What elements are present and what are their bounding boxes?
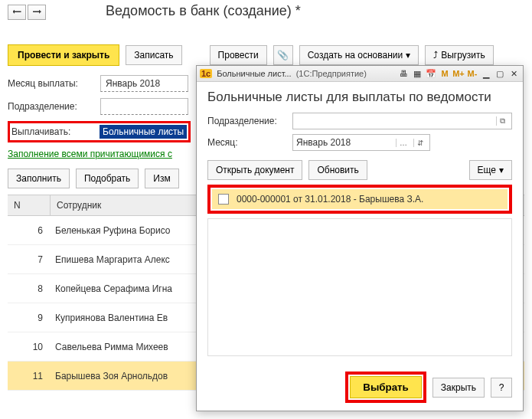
export-label: Выгрузить [441,50,485,61]
submit-button[interactable]: Провести [210,45,267,65]
pick-button[interactable]: Подобрать [76,169,139,188]
maximize-icon[interactable]: ▢ [494,67,506,80]
checkbox[interactable] [218,194,229,205]
cell-n: 6 [8,225,51,236]
create-on-basis-button[interactable]: Создать на основании ▾ [299,45,419,65]
fill-button[interactable]: Заполнить [8,169,70,188]
minimize-icon[interactable]: ▁ [480,67,492,80]
sick-list-dialog: 1c Больничные лист... (1С:Предприятие) 🖶… [196,65,524,411]
select-button[interactable]: Выбрать [350,376,422,398]
calc-icon[interactable]: ▦ [411,67,423,80]
dialog-month-value: Январь 2018 [296,137,351,148]
dialog-titlebar[interactable]: 1c Больничные лист... (1С:Предприятие) 🖶… [197,66,523,82]
pay-label: Выплачивать: [11,126,95,137]
close-button[interactable]: Закрыть [432,378,485,398]
print-icon[interactable]: 🖶 [397,67,410,80]
list-item[interactable]: 0000-000001 от 31.01.2018 - Барышева З.А… [212,189,508,209]
write-button[interactable]: Записать [126,45,181,65]
month-input[interactable]: Январь 2018 [100,75,188,92]
attach-icon[interactable]: 📎 [273,45,293,65]
dialog-division-label: Подразделение: [207,116,288,126]
pay-value[interactable]: Больничные листы [100,125,187,139]
help-button[interactable]: ? [491,378,512,398]
cell-n: 8 [8,283,51,294]
cell-n: 7 [8,254,51,265]
dialog-month-label: Месяц: [207,137,288,148]
division-label: Подразделение: [8,101,96,112]
open-document-button[interactable]: Открыть документ [207,160,302,180]
dialog-division-input[interactable]: ⧉ [292,113,512,129]
cell-n: 10 [8,342,51,352]
dialog-subtitle: (1С:Предприятие) [296,69,367,78]
dialog-month-input[interactable]: Январь 2018 … ⇵ [292,134,430,151]
more-button[interactable]: Еще ▾ [469,160,512,180]
more-label: Еще [478,165,496,175]
dialog-heading: Больничные листы для выплаты по ведомост… [207,90,512,105]
page-title: Ведомость в банк (создание) * [0,0,308,27]
cell-n: 11 [8,371,51,381]
fill-all-link[interactable]: Заполнение всеми причитающимися с [8,149,172,159]
spinner-icon[interactable]: ⇵ [413,139,426,147]
chevron-down-icon: ▾ [499,165,504,175]
app-icon: 1c [200,69,212,78]
m-plus-button[interactable]: M+ [452,67,465,80]
m-button[interactable]: M [439,67,451,80]
month-label: Месяц выплаты: [8,78,96,89]
ellipsis-icon[interactable]: … [396,139,410,147]
refresh-button[interactable]: Обновить [308,160,367,180]
calendar-icon[interactable]: 📅 [425,67,437,80]
submit-close-button[interactable]: Провести и закрыть [8,44,119,66]
chevron-down-icon: ▾ [406,50,410,61]
dialog-title: Больничные лист... [217,69,291,78]
grid-header-n[interactable]: N [8,195,51,215]
create-on-basis-label: Создать на основании [308,50,403,61]
export-button[interactable]: ⤴ Выгрузить [425,45,494,65]
edit-button[interactable]: Изм [145,169,178,188]
close-icon[interactable]: ✕ [508,67,520,80]
list-item-text: 0000-000001 от 31.01.2018 - Барышева З.А… [237,194,423,205]
cell-n: 9 [8,313,51,323]
export-icon: ⤴ [433,50,438,61]
dialog-list[interactable] [207,218,512,356]
open-ref-icon[interactable]: ⧉ [496,116,508,126]
division-input[interactable] [100,98,188,115]
m-minus-button[interactable]: M- [466,67,478,80]
